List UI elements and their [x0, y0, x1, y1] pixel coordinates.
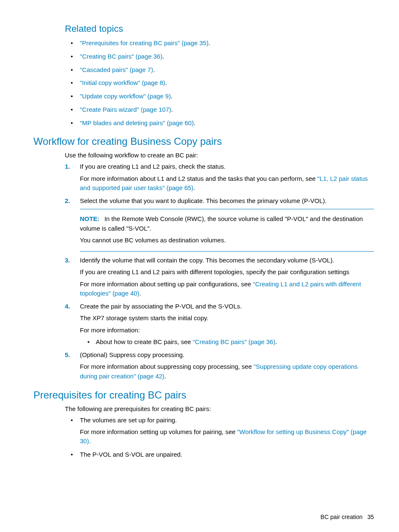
step-3: 3. Identify the volume that will contain…	[65, 256, 374, 298]
text: .	[165, 79, 167, 86]
step-sublist: About how to create BC pairs, see "Creat…	[80, 337, 374, 347]
note-box: NOTE:In the Remote Web Console (RWC), th…	[80, 209, 374, 252]
list-item: "Update copy workflow" (page 9).	[65, 92, 374, 101]
step-text: Create the pair by associating the P-VOL…	[80, 302, 374, 311]
step-1: 1. If you are creating L1 and L2 pairs, …	[65, 162, 374, 193]
text: About how to create BC pairs, see	[96, 338, 193, 345]
text: .	[171, 106, 173, 113]
list-item: "Cascaded pairs" (page 7).	[65, 65, 374, 75]
list-item: "Prerequisites for creating BC pairs" (p…	[65, 39, 374, 48]
step-text: If you are creating L1 and L2 pairs, che…	[80, 162, 374, 172]
text: .	[194, 119, 195, 126]
step-number: 1.	[65, 162, 70, 172]
item-text: The P-VOL and S-VOL are unpaired.	[80, 451, 182, 458]
prereq-intro: The following are prerequisites for crea…	[65, 404, 374, 413]
text: .	[164, 373, 166, 380]
list-item: "Creating BC pairs" (page 36).	[65, 52, 374, 61]
step-5: 5. (Optional) Suppress copy processing. …	[65, 350, 374, 381]
list-item: "Create Pairs wizard" (page 107).	[65, 105, 374, 114]
step-text: For more information about L1 and L2 sta…	[80, 174, 374, 193]
prereq-list: The volumes are set up for pairing. For …	[65, 416, 374, 459]
list-item: About how to create BC pairs, see "Creat…	[80, 337, 374, 347]
step-number: 4.	[65, 302, 70, 311]
step-number: 5.	[65, 350, 70, 360]
list-item: "MP blades and deleting pairs" (page 60)…	[65, 118, 374, 128]
related-topics-list: "Prerequisites for creating BC pairs" (p…	[65, 39, 374, 127]
step-text: If you are creating L1 and L2 pairs with…	[80, 267, 374, 277]
step-text: For more information about setting up pa…	[80, 280, 374, 298]
text: .	[139, 290, 141, 297]
text: For more information about suppressing c…	[80, 363, 253, 370]
step-text: For more information:	[80, 326, 374, 335]
text: For more information setting up volumes …	[80, 428, 237, 435]
xref-link[interactable]: "Creating BC pairs" (page 36)	[80, 53, 162, 60]
item-text: The volumes are set up for pairing.	[80, 416, 374, 425]
step-text: Identify the volume that will contain th…	[80, 256, 374, 265]
note-line: You cannot use BC volumes as destination…	[80, 236, 374, 245]
note-text: In the Remote Web Console (RWC), the sou…	[80, 215, 363, 232]
list-item: The volumes are set up for pairing. For …	[65, 416, 374, 445]
xref-link[interactable]: "Update copy workflow" (page 9)	[80, 93, 171, 100]
page-footer: BC pair creation 35	[320, 514, 374, 520]
text: .	[208, 39, 210, 46]
text: .	[89, 437, 91, 445]
step-text: For more information about suppressing c…	[80, 362, 374, 381]
xref-link[interactable]: "Creating BC pairs" (page 36)	[193, 338, 275, 345]
step-4: 4. Create the pair by associating the P-…	[65, 302, 374, 347]
text: For more information about L1 and L2 sta…	[80, 175, 317, 182]
prereq-heading: Prerequisites for creating BC pairs	[33, 389, 374, 401]
note-line: NOTE:In the Remote Web Console (RWC), th…	[80, 214, 374, 233]
step-text: The XP7 storage system starts the initia…	[80, 314, 374, 323]
step-text: Select the volume that you want to dupli…	[80, 196, 374, 206]
step-number: 3.	[65, 256, 70, 265]
list-item: The P-VOL and S-VOL are unpaired.	[65, 450, 374, 459]
text: .	[153, 66, 155, 73]
text: .	[162, 53, 164, 60]
related-topics-heading: Related topics	[65, 23, 374, 34]
workflow-steps: 1. If you are creating L1 and L2 pairs, …	[65, 162, 374, 381]
text: For more information about setting up pa…	[80, 280, 253, 288]
footer-section: BC pair creation	[320, 514, 362, 520]
text: .	[275, 338, 277, 345]
list-item: "Initial copy workflow" (page 8).	[65, 78, 374, 87]
footer-page-number: 35	[367, 514, 374, 520]
text: .	[193, 184, 195, 191]
workflow-heading: Workflow for creating Business Copy pair…	[33, 136, 374, 147]
item-text: For more information setting up volumes …	[80, 427, 374, 446]
xref-link[interactable]: "Initial copy workflow" (page 8)	[80, 79, 165, 86]
xref-link[interactable]: "Create Pairs wizard" (page 107)	[80, 106, 171, 113]
note-label: NOTE:	[80, 215, 100, 222]
page-content: Related topics "Prerequisites for creati…	[0, 0, 399, 532]
xref-link[interactable]: "Prerequisites for creating BC pairs" (p…	[80, 39, 208, 46]
step-2: 2. Select the volume that you want to du…	[65, 196, 374, 252]
xref-link[interactable]: "Cascaded pairs" (page 7)	[80, 66, 153, 73]
workflow-intro: Use the following workflow to create an …	[65, 151, 374, 159]
text: .	[171, 93, 172, 100]
step-text: (Optional) Suppress copy processing.	[80, 350, 374, 360]
step-number: 2.	[65, 196, 70, 206]
xref-link[interactable]: "MP blades and deleting pairs" (page 60)	[80, 119, 194, 126]
